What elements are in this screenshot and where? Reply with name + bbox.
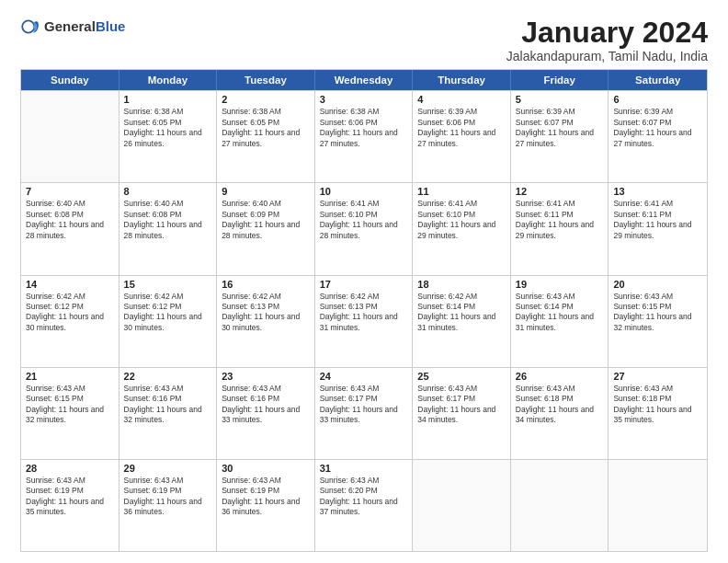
day-info: Sunrise: 6:39 AM Sunset: 6:06 PM Dayligh… bbox=[417, 107, 506, 149]
day-info: Sunrise: 6:43 AM Sunset: 6:19 PM Dayligh… bbox=[124, 476, 212, 518]
day-info: Sunrise: 6:43 AM Sunset: 6:14 PM Dayligh… bbox=[516, 292, 604, 334]
logo-area: GeneralBlue bbox=[20, 17, 125, 37]
day-number: 14 bbox=[26, 279, 114, 290]
header: GeneralBlue January 2024 Jalakandapuram,… bbox=[20, 17, 708, 63]
day-info: Sunrise: 6:42 AM Sunset: 6:12 PM Dayligh… bbox=[124, 292, 212, 334]
day-cell-2: 2Sunrise: 6:38 AM Sunset: 6:05 PM Daylig… bbox=[217, 91, 315, 182]
day-info: Sunrise: 6:42 AM Sunset: 6:13 PM Dayligh… bbox=[222, 292, 310, 334]
day-number: 16 bbox=[222, 279, 310, 290]
day-info: Sunrise: 6:43 AM Sunset: 6:17 PM Dayligh… bbox=[320, 384, 408, 426]
day-cell-25: 25Sunrise: 6:43 AM Sunset: 6:17 PM Dayli… bbox=[413, 368, 511, 459]
week-row-3: 14Sunrise: 6:42 AM Sunset: 6:12 PM Dayli… bbox=[21, 275, 707, 367]
day-info: Sunrise: 6:40 AM Sunset: 6:08 PM Dayligh… bbox=[124, 199, 212, 241]
calendar-body: 1Sunrise: 6:38 AM Sunset: 6:05 PM Daylig… bbox=[21, 90, 707, 551]
day-info: Sunrise: 6:39 AM Sunset: 6:07 PM Dayligh… bbox=[516, 107, 604, 149]
day-info: Sunrise: 6:40 AM Sunset: 6:08 PM Dayligh… bbox=[26, 199, 114, 241]
day-cell-27: 27Sunrise: 6:43 AM Sunset: 6:18 PM Dayli… bbox=[609, 368, 707, 459]
empty-cell bbox=[413, 460, 511, 551]
day-info: Sunrise: 6:43 AM Sunset: 6:19 PM Dayligh… bbox=[222, 476, 310, 518]
day-number: 1 bbox=[124, 94, 212, 105]
week-row-4: 21Sunrise: 6:43 AM Sunset: 6:15 PM Dayli… bbox=[21, 367, 707, 459]
day-number: 23 bbox=[222, 371, 310, 382]
day-number: 20 bbox=[613, 279, 702, 290]
logo-text: GeneralBlue bbox=[44, 18, 125, 35]
day-number: 18 bbox=[417, 279, 506, 290]
day-cell-17: 17Sunrise: 6:42 AM Sunset: 6:13 PM Dayli… bbox=[315, 276, 414, 367]
day-info: Sunrise: 6:38 AM Sunset: 6:05 PM Dayligh… bbox=[124, 107, 212, 149]
day-cell-23: 23Sunrise: 6:43 AM Sunset: 6:16 PM Dayli… bbox=[217, 368, 315, 459]
svg-point-0 bbox=[22, 20, 34, 32]
day-info: Sunrise: 6:43 AM Sunset: 6:18 PM Dayligh… bbox=[613, 384, 702, 426]
empty-cell bbox=[21, 91, 119, 182]
day-number: 6 bbox=[613, 94, 702, 105]
day-number: 11 bbox=[417, 186, 506, 197]
week-row-1: 1Sunrise: 6:38 AM Sunset: 6:05 PM Daylig… bbox=[21, 90, 707, 182]
day-number: 24 bbox=[320, 371, 408, 382]
header-day-thursday: Thursday bbox=[413, 70, 511, 90]
header-day-saturday: Saturday bbox=[609, 70, 707, 90]
header-day-wednesday: Wednesday bbox=[315, 70, 414, 90]
day-cell-12: 12Sunrise: 6:41 AM Sunset: 6:11 PM Dayli… bbox=[511, 183, 609, 274]
day-cell-11: 11Sunrise: 6:41 AM Sunset: 6:10 PM Dayli… bbox=[413, 183, 511, 274]
day-info: Sunrise: 6:42 AM Sunset: 6:12 PM Dayligh… bbox=[26, 292, 114, 334]
day-cell-8: 8Sunrise: 6:40 AM Sunset: 6:08 PM Daylig… bbox=[119, 183, 218, 274]
location-title: Jalakandapuram, Tamil Nadu, India bbox=[506, 49, 708, 63]
day-info: Sunrise: 6:43 AM Sunset: 6:17 PM Dayligh… bbox=[417, 384, 506, 426]
day-number: 13 bbox=[613, 186, 702, 197]
day-number: 19 bbox=[516, 279, 604, 290]
day-info: Sunrise: 6:43 AM Sunset: 6:15 PM Dayligh… bbox=[613, 292, 702, 334]
day-cell-14: 14Sunrise: 6:42 AM Sunset: 6:12 PM Dayli… bbox=[21, 276, 119, 367]
day-cell-26: 26Sunrise: 6:43 AM Sunset: 6:18 PM Dayli… bbox=[511, 368, 609, 459]
day-cell-22: 22Sunrise: 6:43 AM Sunset: 6:16 PM Dayli… bbox=[119, 368, 218, 459]
day-info: Sunrise: 6:41 AM Sunset: 6:10 PM Dayligh… bbox=[320, 199, 408, 241]
week-row-2: 7Sunrise: 6:40 AM Sunset: 6:08 PM Daylig… bbox=[21, 182, 707, 274]
header-day-sunday: Sunday bbox=[21, 70, 119, 90]
logo: GeneralBlue bbox=[20, 17, 125, 37]
day-info: Sunrise: 6:41 AM Sunset: 6:11 PM Dayligh… bbox=[516, 199, 604, 241]
day-cell-28: 28Sunrise: 6:43 AM Sunset: 6:19 PM Dayli… bbox=[21, 460, 119, 551]
day-number: 26 bbox=[516, 371, 604, 382]
header-day-friday: Friday bbox=[511, 70, 609, 90]
day-number: 22 bbox=[124, 371, 212, 382]
day-cell-19: 19Sunrise: 6:43 AM Sunset: 6:14 PM Dayli… bbox=[511, 276, 609, 367]
week-row-5: 28Sunrise: 6:43 AM Sunset: 6:19 PM Dayli… bbox=[21, 459, 707, 551]
day-cell-1: 1Sunrise: 6:38 AM Sunset: 6:05 PM Daylig… bbox=[119, 91, 218, 182]
empty-cell bbox=[511, 460, 609, 551]
day-number: 27 bbox=[613, 371, 702, 382]
day-info: Sunrise: 6:43 AM Sunset: 6:15 PM Dayligh… bbox=[26, 384, 114, 426]
day-cell-13: 13Sunrise: 6:41 AM Sunset: 6:11 PM Dayli… bbox=[609, 183, 707, 274]
day-cell-15: 15Sunrise: 6:42 AM Sunset: 6:12 PM Dayli… bbox=[119, 276, 218, 367]
day-cell-3: 3Sunrise: 6:38 AM Sunset: 6:06 PM Daylig… bbox=[315, 91, 414, 182]
month-title: January 2024 bbox=[506, 17, 708, 49]
day-number: 3 bbox=[320, 94, 408, 105]
day-info: Sunrise: 6:42 AM Sunset: 6:13 PM Dayligh… bbox=[320, 292, 408, 334]
day-cell-7: 7Sunrise: 6:40 AM Sunset: 6:08 PM Daylig… bbox=[21, 183, 119, 274]
day-info: Sunrise: 6:43 AM Sunset: 6:18 PM Dayligh… bbox=[516, 384, 604, 426]
day-info: Sunrise: 6:40 AM Sunset: 6:09 PM Dayligh… bbox=[222, 199, 310, 241]
day-info: Sunrise: 6:43 AM Sunset: 6:16 PM Dayligh… bbox=[124, 384, 212, 426]
day-cell-29: 29Sunrise: 6:43 AM Sunset: 6:19 PM Dayli… bbox=[119, 460, 218, 551]
day-cell-6: 6Sunrise: 6:39 AM Sunset: 6:07 PM Daylig… bbox=[609, 91, 707, 182]
day-cell-9: 9Sunrise: 6:40 AM Sunset: 6:09 PM Daylig… bbox=[217, 183, 315, 274]
day-cell-31: 31Sunrise: 6:43 AM Sunset: 6:20 PM Dayli… bbox=[315, 460, 414, 551]
day-number: 9 bbox=[222, 186, 310, 197]
day-number: 25 bbox=[417, 371, 506, 382]
day-number: 21 bbox=[26, 371, 114, 382]
day-cell-16: 16Sunrise: 6:42 AM Sunset: 6:13 PM Dayli… bbox=[217, 276, 315, 367]
day-info: Sunrise: 6:41 AM Sunset: 6:10 PM Dayligh… bbox=[417, 199, 506, 241]
day-number: 4 bbox=[417, 94, 506, 105]
day-cell-24: 24Sunrise: 6:43 AM Sunset: 6:17 PM Dayli… bbox=[315, 368, 414, 459]
day-cell-4: 4Sunrise: 6:39 AM Sunset: 6:06 PM Daylig… bbox=[413, 91, 511, 182]
header-day-tuesday: Tuesday bbox=[217, 70, 315, 90]
day-number: 7 bbox=[26, 186, 114, 197]
day-cell-20: 20Sunrise: 6:43 AM Sunset: 6:15 PM Dayli… bbox=[609, 276, 707, 367]
logo-icon bbox=[20, 17, 40, 37]
day-cell-18: 18Sunrise: 6:42 AM Sunset: 6:14 PM Dayli… bbox=[413, 276, 511, 367]
day-info: Sunrise: 6:41 AM Sunset: 6:11 PM Dayligh… bbox=[613, 199, 702, 241]
day-info: Sunrise: 6:42 AM Sunset: 6:14 PM Dayligh… bbox=[417, 292, 506, 334]
calendar: SundayMondayTuesdayWednesdayThursdayFrid… bbox=[20, 69, 708, 552]
day-number: 17 bbox=[320, 279, 408, 290]
day-cell-5: 5Sunrise: 6:39 AM Sunset: 6:07 PM Daylig… bbox=[511, 91, 609, 182]
day-number: 8 bbox=[124, 186, 212, 197]
day-cell-10: 10Sunrise: 6:41 AM Sunset: 6:10 PM Dayli… bbox=[315, 183, 414, 274]
